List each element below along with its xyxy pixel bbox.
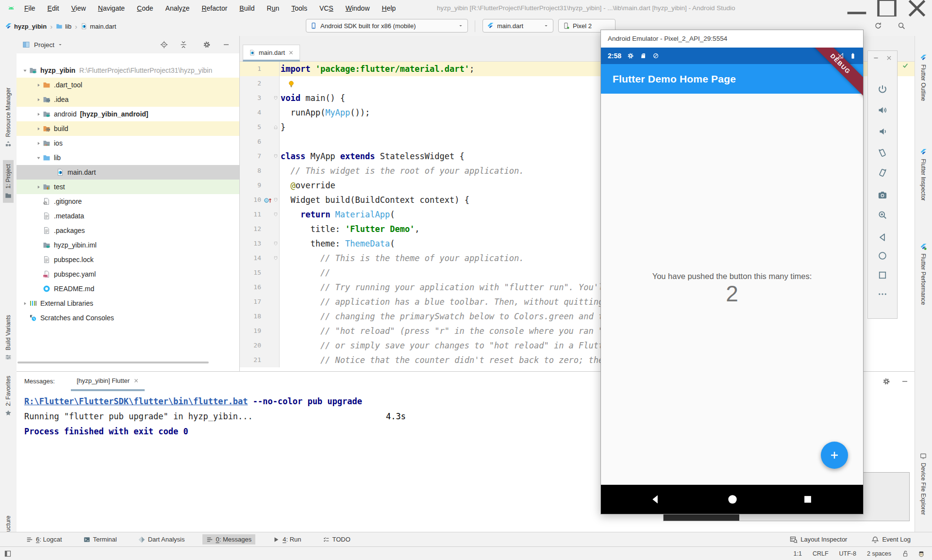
hide-panel-icon[interactable] — [901, 378, 909, 385]
emulator-zoom-in-button[interactable] — [878, 210, 887, 222]
tree-item-ios[interactable]: ios — [17, 136, 239, 150]
tree-item-readme-md[interactable]: README.md — [17, 281, 239, 296]
menu-refactor[interactable]: Refactor — [201, 4, 227, 12]
close-tab-icon[interactable] — [288, 50, 294, 55]
emulator-rotate-right-button[interactable] — [878, 168, 887, 180]
tree-item-packages[interactable]: .packages — [17, 223, 239, 238]
horizontal-scrollbar[interactable] — [17, 362, 209, 363]
toolwindow-tab-6-logcat[interactable]: 6: Logcat — [22, 534, 66, 544]
emulator-volume-down-button[interactable] — [878, 127, 887, 138]
emulator-overview-button[interactable] — [878, 270, 887, 282]
fold-start-icon — [273, 95, 279, 101]
toolwindow-tab-layout-inspector[interactable]: Layout Inspector — [786, 534, 851, 545]
lock-open-icon[interactable] — [902, 550, 909, 558]
tree-item-main-dart[interactable]: main.dart — [17, 165, 239, 180]
minimize-icon[interactable] — [842, 0, 872, 16]
right-strip-device-file-explorer[interactable]: Device File Explorer — [918, 449, 929, 519]
emulator-power-button[interactable] — [878, 84, 887, 96]
menu-edit[interactable]: Edit — [48, 4, 59, 12]
nav-overview-button[interactable] — [803, 494, 813, 504]
tree-item-test[interactable]: test — [17, 180, 239, 194]
breadcrumb-hyzp-yibin[interactable]: hyzp_yibin — [5, 23, 47, 30]
emulator-volume-up-button[interactable] — [878, 105, 887, 117]
left-strip-resource-manager[interactable]: Resource Manager — [3, 83, 14, 151]
toolwindow-tab-0-messages[interactable]: 0: Messages — [202, 534, 256, 544]
tree-item-pubspec-lock[interactable]: pubspec.lock — [17, 252, 239, 267]
tree-item-hyzp-yibin-iml[interactable]: hyzp_yibin.iml — [17, 238, 239, 252]
tree-item-gitignore[interactable]: .gitignore — [17, 194, 239, 209]
search-icon[interactable] — [897, 22, 906, 30]
inspections-ok-icon[interactable] — [902, 62, 909, 69]
status-1-1[interactable]: 1:1 — [794, 550, 802, 557]
close-icon[interactable] — [886, 55, 892, 61]
menu-run[interactable]: Run — [267, 4, 280, 12]
menu-tools[interactable]: Tools — [291, 4, 307, 12]
left-strip-build-variants[interactable]: Build Variants — [3, 311, 14, 364]
emulator-back-button[interactable] — [878, 232, 887, 244]
console-link[interactable]: R:\Flutter\FlutterSDK\flutter\bin\flutte… — [24, 396, 248, 406]
tree-item-hyzp-yibin[interactable]: hyzp_yibinR:\FlutterProject\FlutterProje… — [17, 63, 239, 78]
nav-back-button[interactable] — [650, 494, 661, 505]
gear-icon[interactable] — [203, 41, 211, 49]
sync-icon[interactable] — [874, 22, 882, 30]
tree-item-build[interactable]: build — [17, 121, 239, 136]
breadcrumb-main-dart[interactable]: main.dart — [81, 23, 116, 30]
close-icon[interactable] — [902, 0, 932, 16]
menu-help[interactable]: Help — [382, 4, 396, 12]
tree-item-idea[interactable]: .idea — [17, 92, 239, 107]
menu-file[interactable]: File — [24, 4, 35, 12]
toolwindow-tab-event-log[interactable]: Event Log — [867, 534, 915, 545]
tree-item-dart-tool[interactable]: .dart_tool — [17, 78, 239, 92]
emulator-rotate-left-button[interactable] — [878, 148, 887, 160]
right-strip-flutter-inspector[interactable]: Flutter Inspector — [918, 145, 929, 205]
project-panel-title[interactable]: Project — [34, 41, 54, 49]
close-tab-icon[interactable] — [133, 378, 139, 383]
menu-navigate[interactable]: Navigate — [98, 4, 125, 12]
status-utf-8[interactable]: UTF-8 — [839, 550, 856, 557]
emulator-screen[interactable]: 2:58 Flutter Demo Home Page DEBUG You ha… — [601, 48, 863, 514]
hide-panel-icon[interactable] — [222, 41, 230, 49]
toolwindow-tab-dart-analysis[interactable]: Dart Analysis — [134, 534, 189, 544]
status-2-spaces[interactable]: 2 spaces — [867, 550, 891, 557]
chevron-down-icon[interactable] — [57, 42, 63, 48]
collapse-all-icon[interactable] — [180, 41, 187, 49]
tree-item-pubspec-yaml[interactable]: YMLpubspec.yaml — [17, 267, 239, 281]
tab-flutter-messages[interactable]: [hyzp_yibin] Flutter — [71, 372, 145, 391]
status-crlf[interactable]: CRLF — [813, 550, 829, 557]
gear-icon[interactable] — [882, 378, 890, 385]
emulator-title[interactable]: Android Emulator - Pixel_2_API_29:5554 — [601, 30, 863, 47]
emulator-home-button[interactable] — [878, 251, 887, 263]
minimize-icon[interactable] — [873, 55, 879, 61]
right-strip-flutter-outline[interactable]: Flutter Outline — [918, 50, 929, 105]
toolwindow-toggle-icon[interactable] — [4, 550, 12, 558]
emulator-more-button[interactable] — [878, 289, 887, 301]
menu-analyze[interactable]: Analyze — [166, 4, 190, 12]
tree-item-android[interactable]: android[hyzp_yibin_android] — [17, 107, 239, 121]
toolwindow-tab-4-run[interactable]: 4: Run — [269, 534, 305, 544]
right-strip-flutter-performance[interactable]: Flutter Performance — [918, 239, 929, 309]
tree-item-external-libraries[interactable]: External Libraries — [17, 296, 239, 311]
locate-file-icon[interactable] — [160, 41, 168, 49]
increment-fab[interactable] — [821, 442, 848, 469]
nav-home-button[interactable] — [727, 494, 738, 505]
left-strip-1-project[interactable]: 1: Project — [3, 160, 14, 203]
breadcrumb-lib[interactable]: lib — [56, 23, 71, 30]
toolwindow-tab-terminal[interactable]: Terminal — [80, 534, 121, 544]
tree-item-metadata[interactable]: .metadata — [17, 209, 239, 223]
tree-item-lib[interactable]: lib — [17, 150, 239, 165]
device-selector[interactable]: Android SDK built for x86 (mobile) — [306, 19, 468, 33]
annotator-icon[interactable] — [917, 550, 925, 558]
menu-build[interactable]: Build — [239, 4, 254, 12]
main-menu: FileEditViewNavigateCodeAnalyzeRefactorB… — [24, 4, 396, 12]
menu-vcs[interactable]: VCS — [319, 4, 333, 12]
menu-code[interactable]: Code — [137, 4, 153, 12]
menu-window[interactable]: Window — [346, 4, 370, 12]
emulator-screenshot-button[interactable] — [878, 190, 887, 202]
run-configuration-selector[interactable]: main.dart — [483, 19, 553, 33]
menu-view[interactable]: View — [71, 4, 86, 12]
maximize-icon[interactable] — [872, 0, 902, 16]
toolwindow-tab-todo[interactable]: TODO — [319, 534, 354, 544]
tree-item-scratches-and-consoles[interactable]: Scratches and Consoles — [17, 311, 239, 325]
tab-main-dart[interactable]: main.dart — [243, 45, 300, 62]
left-strip-2-favorites[interactable]: 2: Favorites — [3, 372, 14, 420]
